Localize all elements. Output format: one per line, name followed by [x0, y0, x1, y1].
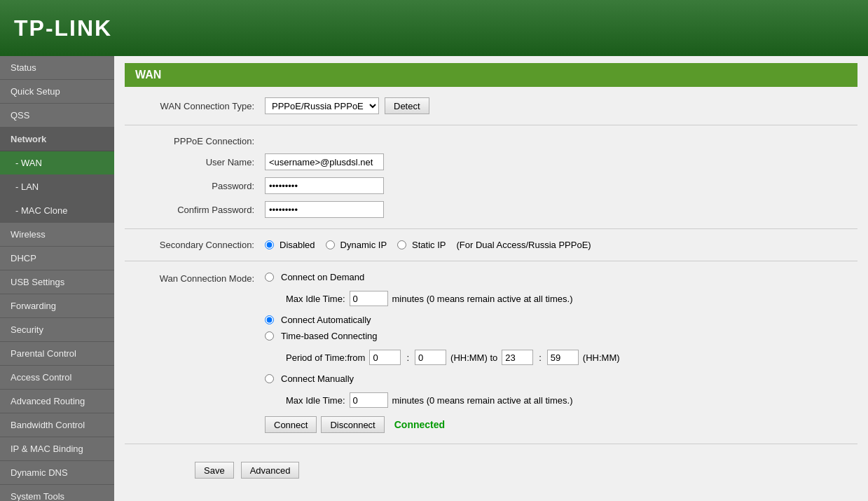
sidebar-item-advanced-routing[interactable]: Advanced Routing — [0, 390, 114, 413]
advanced-button[interactable]: Advanced — [241, 462, 300, 479]
max-idle-input-2[interactable] — [350, 392, 388, 408]
sidebar-item-status[interactable]: Status — [0, 56, 114, 80]
sidebar-section-network: Network — [0, 128, 114, 151]
disconnect-button[interactable]: Disconnect — [321, 416, 384, 433]
connect-button[interactable]: Connect — [265, 416, 317, 433]
wan-connection-type-select[interactable]: PPPoE/Russia PPPoE Dynamic IP Static IP … — [265, 97, 379, 114]
mode-connect-on-demand-radio[interactable] — [265, 273, 274, 282]
pppoe-connection-row: PPPoE Connection: — [125, 136, 857, 146]
secondary-static-ip-label: Static IP — [412, 240, 446, 250]
period-to-m-input[interactable] — [547, 350, 579, 365]
mode-connect-automatically-radio[interactable] — [265, 315, 274, 324]
max-idle-note-2: minutes (0 means remain active at all ti… — [392, 395, 573, 406]
wan-connection-type-label: WAN Connection Type: — [125, 101, 265, 111]
wan-mode-row: Wan Connection Mode: Connect on Demand M… — [125, 272, 857, 433]
secondary-disabled-option[interactable]: Disabled — [265, 240, 315, 250]
mode-connect-automatically: Connect Automatically — [265, 315, 620, 325]
period-from-h-input[interactable] — [369, 350, 401, 365]
wan-connection-type-row: WAN Connection Type: PPPoE/Russia PPPoE … — [125, 97, 857, 114]
confirm-password-row: Confirm Password: — [125, 201, 857, 218]
sidebar-item-access-control[interactable]: Access Control — [0, 366, 114, 390]
mode-connect-on-demand: Connect on Demand — [265, 272, 620, 282]
content-area: WAN WAN Connection Type: PPPoE/Russia PP… — [114, 56, 868, 501]
wan-connection-type-value: PPPoE/Russia PPPoE Dynamic IP Static IP … — [265, 97, 429, 114]
confirm-password-value — [265, 201, 384, 218]
period-from-m-input[interactable] — [415, 350, 446, 365]
period-label: Period of Time:from — [286, 352, 365, 363]
password-input[interactable] — [265, 177, 384, 194]
sidebar-item-system-tools[interactable]: System Tools — [0, 485, 114, 501]
sidebar-item-forwarding[interactable]: Forwarding — [0, 294, 114, 318]
secondary-note: (For Dual Access/Russia PPPoE) — [456, 240, 591, 250]
username-row: User Name: — [125, 153, 857, 170]
secondary-connection-row: Secondary Connection: Disabled Dynamic I… — [125, 240, 857, 250]
divider-2 — [125, 228, 857, 229]
mode-connect-on-demand-label: Connect on Demand — [281, 272, 364, 282]
sidebar-item-dynamic-dns[interactable]: Dynamic DNS — [0, 461, 114, 485]
period-hhmm-1: (HH:MM) to — [450, 352, 497, 363]
password-value — [265, 177, 384, 194]
secondary-connection-options: Disabled Dynamic IP Static IP (For Dual … — [265, 240, 591, 250]
max-idle-note-1: minutes (0 means remain active at all ti… — [392, 294, 573, 304]
password-row: Password: — [125, 177, 857, 194]
wan-mode-label: Wan Connection Mode: — [125, 272, 265, 284]
secondary-dynamic-ip-option[interactable]: Dynamic IP — [326, 240, 387, 250]
confirm-password-label: Confirm Password: — [125, 205, 265, 215]
sidebar-item-usb-settings[interactable]: USB Settings — [0, 270, 114, 294]
main-layout: Status Quick Setup QSS Network - WAN - L… — [0, 56, 868, 501]
secondary-disabled-label: Disabled — [280, 240, 315, 250]
secondary-dynamic-ip-radio[interactable] — [326, 240, 335, 249]
max-idle-label-1: Max Idle Time: — [286, 294, 345, 304]
logo: TP-LINK — [14, 15, 112, 41]
bottom-buttons: Save Advanced — [125, 455, 857, 479]
password-label: Password: — [125, 181, 265, 191]
sidebar-item-quick-setup[interactable]: Quick Setup — [0, 80, 114, 104]
secondary-static-ip-option[interactable]: Static IP — [397, 240, 446, 250]
divider-3 — [125, 261, 857, 261]
sidebar-item-bandwidth-control[interactable]: Bandwidth Control — [0, 413, 114, 437]
sidebar-item-qss[interactable]: QSS — [0, 104, 114, 128]
period-to-h-input[interactable] — [502, 350, 533, 365]
max-idle-row-2: Max Idle Time: minutes (0 means remain a… — [286, 392, 620, 408]
colon-1: : — [406, 352, 409, 363]
pppoe-connection-label: PPPoE Connection: — [125, 136, 265, 146]
time-based-sub: Period of Time:from : (HH:MM) to : (HH:M… — [286, 350, 620, 365]
max-idle-row-1: Max Idle Time: minutes (0 means remain a… — [286, 291, 620, 306]
secondary-connection-label: Secondary Connection: — [125, 240, 265, 250]
save-button[interactable]: Save — [195, 462, 234, 479]
mode-connect-manually-label: Connect Manually — [281, 373, 354, 384]
max-idle-label-2: Max Idle Time: — [286, 395, 345, 406]
connected-status: Connected — [394, 419, 445, 430]
confirm-password-input[interactable] — [265, 201, 384, 218]
mode-connect-manually-radio[interactable] — [265, 374, 274, 383]
username-value — [265, 153, 384, 170]
username-label: User Name: — [125, 157, 265, 167]
secondary-dynamic-ip-label: Dynamic IP — [340, 240, 387, 250]
colon-2: : — [539, 352, 542, 363]
sidebar-item-dhcp[interactable]: DHCP — [0, 247, 114, 270]
sidebar-item-parental-control[interactable]: Parental Control — [0, 342, 114, 366]
mode-connect-manually: Connect Manually — [265, 373, 620, 384]
divider-1 — [125, 125, 857, 125]
sidebar-item-wan[interactable]: - WAN — [0, 151, 114, 175]
sidebar-item-lan[interactable]: - LAN — [0, 175, 114, 199]
sidebar-item-security[interactable]: Security — [0, 318, 114, 342]
detect-button[interactable]: Detect — [385, 97, 429, 114]
secondary-static-ip-radio[interactable] — [397, 240, 406, 249]
mode-connect-automatically-label: Connect Automatically — [281, 315, 371, 325]
mode-time-based-radio[interactable] — [265, 331, 274, 341]
page-title: WAN — [125, 63, 857, 87]
sidebar-item-wireless[interactable]: Wireless — [0, 223, 114, 247]
mode-time-based: Time-based Connecting — [265, 331, 620, 341]
max-idle-input-1[interactable] — [350, 291, 388, 306]
period-hhmm-2: (HH:MM) — [583, 352, 620, 363]
header: TP-LINK — [0, 0, 868, 56]
sidebar-item-ip-mac-binding[interactable]: IP & MAC Binding — [0, 437, 114, 461]
connect-disconnect-row: Connect Disconnect Connected — [265, 416, 620, 433]
sidebar: Status Quick Setup QSS Network - WAN - L… — [0, 56, 114, 501]
username-input[interactable] — [265, 153, 384, 170]
mode-time-based-label: Time-based Connecting — [281, 331, 378, 341]
secondary-disabled-radio[interactable] — [265, 240, 274, 249]
divider-4 — [125, 444, 857, 444]
sidebar-item-mac-clone[interactable]: - MAC Clone — [0, 199, 114, 223]
